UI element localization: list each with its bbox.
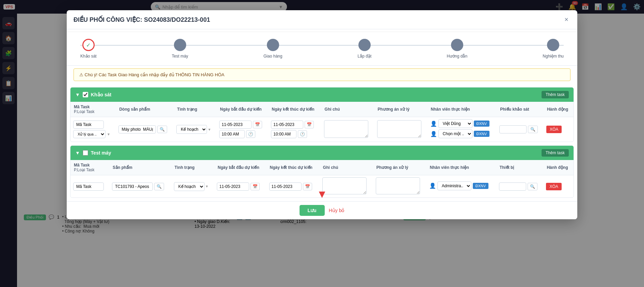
input-thiet-bi-2[interactable] — [499, 182, 526, 191]
step-nghiem-thu[interactable]: Nghiệm thu — [543, 39, 564, 59]
cell-ngay-batdau-1: 📅 🕐 — [216, 117, 268, 142]
step-giao-hang[interactable]: Giao hàng — [263, 39, 282, 59]
input-ngay-ketthuc-2[interactable] — [269, 182, 302, 191]
step-circle-nghiem-thu — [547, 39, 559, 51]
calendar-ketthuc-2[interactable]: 📅 — [303, 183, 312, 190]
col-hanh-dong-1: Hành động — [544, 102, 574, 117]
section-header-test-may: ▼ Test máy Thêm task — [70, 146, 574, 160]
modal-header: ĐIỀU PHỐI CÔNG VIỆC: SO24083/DO22213-001… — [67, 10, 577, 29]
section-checkbox-test-may[interactable] — [83, 150, 88, 156]
input-ngay-batdau-1[interactable] — [219, 121, 252, 129]
step-label-giao-hang: Giao hàng — [263, 54, 282, 59]
clock-batdau-1[interactable]: 🕐 — [246, 130, 255, 138]
input-ngay-batdau-2[interactable] — [217, 182, 249, 191]
input-phieu-1[interactable] — [499, 125, 527, 133]
textarea-ghi-chu-2[interactable] — [322, 177, 367, 194]
cell-phieu-khao-sat-1: 🔍 — [497, 117, 544, 142]
collapse-arrow-test-may[interactable]: ▼ — [75, 150, 80, 156]
step-test-may[interactable]: Test máy — [172, 39, 188, 59]
calendar-ketthuc-1[interactable]: 📅 — [305, 121, 314, 128]
search-thiet-bi-button-2[interactable]: 🔍 — [528, 183, 537, 190]
calendar-batdau-2[interactable]: 📅 — [251, 183, 260, 190]
cell-phuong-an-2 — [373, 175, 426, 198]
cell-ma-task-1: Xử lý qua ... ▼ — [70, 117, 116, 142]
cell-tinh-trang-2: Kế hoạch ▼ — [171, 175, 214, 198]
col-dong-san-pham: Dòng sản phẩm — [116, 102, 174, 117]
select-ploai-task-1[interactable]: Xử lý qua ... — [73, 130, 106, 138]
textarea-ghi-chu-1[interactable] — [324, 120, 368, 138]
add-task-button-test-may[interactable]: Thêm task — [542, 149, 569, 157]
cell-ngay-ketthuc-2: 📅 — [267, 175, 320, 198]
warning-bar: ⚠ Chú ý! Các Task Giao Hàng cần nhập đầy… — [74, 68, 570, 81]
save-button[interactable]: Lưu — [300, 205, 325, 216]
search-san-pham-button-2[interactable]: 🔍 — [154, 183, 164, 190]
collapse-arrow-khao-sat[interactable]: ▼ — [75, 92, 80, 97]
select-nv3[interactable]: Administra... — [437, 181, 471, 190]
cell-ngay-batdau-2: 📅 — [214, 175, 266, 198]
col-ngay-ketthuc-1: Ngày kết thúc dự kiến — [268, 102, 321, 117]
ploai-dropdown-arrow: ▼ — [107, 132, 110, 136]
modal-overlay: ĐIỀU PHỐI CÔNG VIỆC: SO24083/DO22213-001… — [0, 0, 644, 237]
red-arrow-indicator: ▼ — [317, 188, 327, 201]
cell-nhan-vien-2: 👤 Administra... ĐXNV — [426, 175, 496, 198]
calendar-batdau-1[interactable]: 📅 — [253, 121, 262, 128]
input-gio-ketthuc-1[interactable] — [271, 130, 296, 138]
btn-dxnv-2[interactable]: ĐXNV — [474, 131, 490, 137]
step-lap-dat[interactable]: Lắp đặt — [358, 39, 372, 59]
btn-dxnv-1[interactable]: ĐXNV — [474, 121, 490, 127]
step-label-lap-dat: Lắp đặt — [358, 54, 372, 59]
select-tinh-trang-1[interactable]: Kế hoạch — [176, 125, 207, 134]
avatar-nv2: 👤 — [430, 131, 437, 137]
step-khao-sat[interactable]: ✓ Khảo sát — [80, 39, 97, 59]
progress-line — [80, 45, 564, 46]
col-nhan-vien-1: Nhân viên thực hiện — [428, 102, 497, 117]
btn-xoa-2[interactable]: XÓA — [546, 183, 561, 190]
step-circle-lap-dat — [358, 39, 371, 51]
input-ma-task-1[interactable] — [73, 121, 104, 129]
add-task-button-khao-sat[interactable]: Thêm task — [542, 91, 569, 98]
cell-dong-san-pham-1: 🔍 — [116, 117, 174, 142]
col-ngay-batdau-1: Ngày bắt đầu dự kiến — [216, 102, 268, 117]
input-ngay-ketthuc-1[interactable] — [271, 121, 303, 129]
cell-san-pham-2: 🔍 — [109, 175, 171, 198]
cell-phuong-an-1 — [374, 117, 428, 142]
modal-close-button[interactable]: × — [562, 15, 570, 24]
col-tinh-trang-1: Tình trạng — [174, 102, 216, 117]
step-label-test-may: Test máy — [172, 54, 188, 59]
input-san-pham-2[interactable] — [112, 182, 153, 191]
tinh-trang-arrow-1: ▼ — [208, 128, 211, 131]
textarea-phuong-an-2[interactable] — [376, 177, 420, 194]
cell-ma-task-2 — [70, 175, 109, 198]
cell-thiet-bi-2: 🔍 — [496, 175, 544, 198]
select-nv1[interactable]: Việt Dũng — [438, 119, 472, 128]
col-nhan-vien-2: Nhân viên thực hiện — [426, 160, 496, 175]
select-nv2[interactable]: Chọn một ... — [438, 129, 472, 138]
cell-ghi-chu-1 — [321, 117, 374, 142]
col-phuong-an-1: Phương án xử lý — [374, 102, 428, 117]
step-huong-dan[interactable]: Hướng dẫn — [447, 39, 467, 59]
table-header-khao-sat: Mã TaskP.Loại Task Dòng sản phẩm Tình tr… — [70, 102, 574, 117]
col-san-pham-2: Sản phẩm — [109, 160, 171, 175]
col-phuong-an-2: Phương án xử lý — [373, 160, 426, 175]
tinh-trang-arrow-2: ▼ — [205, 185, 209, 188]
step-label-khao-sat: Khảo sát — [80, 54, 97, 59]
cancel-button[interactable]: Hủy bỏ — [329, 208, 345, 213]
section-checkbox-khao-sat[interactable] — [83, 92, 88, 97]
input-gio-batdau-1[interactable] — [219, 130, 245, 138]
select-tinh-trang-2[interactable]: Kế hoạch — [174, 182, 205, 191]
col-ngay-batdau-2: Ngày bắt đầu dự kiến — [214, 160, 266, 175]
avatar-nv3: 👤 — [429, 182, 436, 189]
textarea-phuong-an-1[interactable] — [377, 120, 421, 138]
modal: ĐIỀU PHỐI CÔNG VIỆC: SO24083/DO22213-001… — [67, 10, 577, 219]
section-header-khao-sat: ▼ Khảo sát Thêm task — [70, 87, 574, 102]
clock-ketthuc-1[interactable]: 🕐 — [298, 130, 307, 138]
step-circle-test-may — [174, 39, 186, 51]
btn-xoa-1[interactable]: XÓA — [546, 126, 562, 133]
search-dong-san-pham-button-1[interactable]: 🔍 — [157, 126, 167, 133]
modal-top-partial — [67, 29, 577, 32]
input-dong-san-pham-1[interactable] — [118, 125, 156, 133]
input-ma-task-2[interactable] — [73, 182, 104, 191]
search-phieu-button-1[interactable]: 🔍 — [528, 126, 538, 133]
btn-dxnv-3[interactable]: ĐXNV — [473, 183, 489, 189]
avatar-nv1: 👤 — [430, 121, 437, 127]
